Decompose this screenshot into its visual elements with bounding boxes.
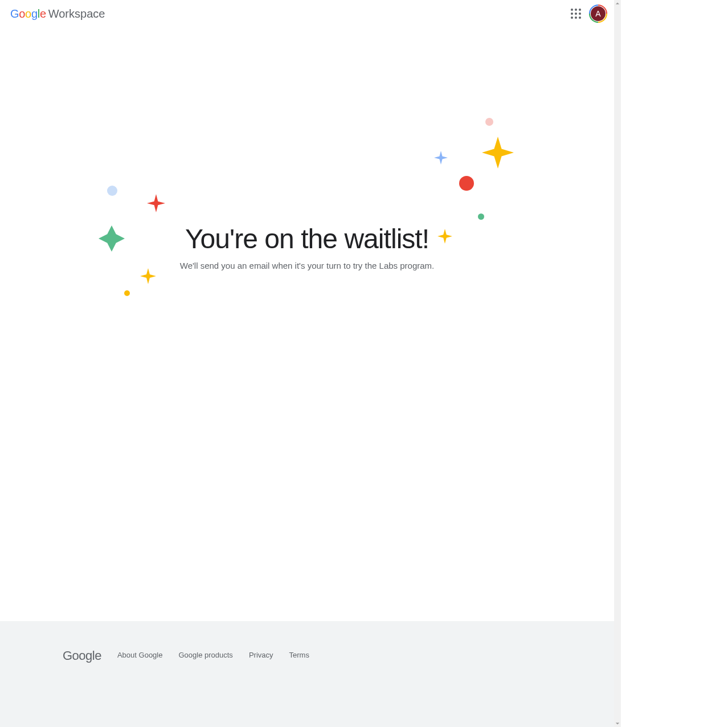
dot-icon	[485, 118, 493, 126]
footer-link-about[interactable]: About Google	[117, 651, 163, 659]
apps-grid-icon[interactable]	[571, 9, 581, 19]
footer: Google About Google Google products Priv…	[0, 621, 614, 727]
sparkle-icon	[434, 151, 448, 165]
footer-link-terms[interactable]: Terms	[289, 651, 309, 659]
scroll-up-icon[interactable]	[614, 0, 621, 7]
footer-link-products[interactable]: Google products	[178, 651, 232, 659]
product-name: Workspace	[48, 7, 105, 20]
google-logo: Google	[10, 7, 46, 20]
dot-icon	[107, 186, 117, 196]
footer-link-privacy[interactable]: Privacy	[249, 651, 273, 659]
svg-point-3	[459, 176, 474, 191]
account-avatar[interactable]: A	[589, 5, 607, 23]
footer-logo: Google	[63, 648, 101, 663]
dot-icon	[459, 176, 474, 191]
page-title: You're on the waitlist!	[185, 223, 429, 254]
sparkle-icon	[437, 229, 452, 244]
page-subtitle: We'll send you an email when it's your t…	[180, 261, 435, 270]
svg-point-1	[124, 290, 130, 296]
brand[interactable]: Google Workspace	[10, 7, 105, 20]
svg-point-0	[107, 186, 117, 196]
sparkle-icon	[482, 137, 514, 169]
sparkle-icon	[140, 268, 156, 284]
dot-icon	[478, 213, 484, 220]
svg-point-4	[478, 213, 484, 220]
sparkle-icon	[147, 194, 165, 212]
scrollbar-vertical[interactable]	[614, 0, 621, 727]
svg-point-2	[485, 118, 493, 126]
avatar-initial: A	[591, 6, 606, 21]
scroll-down-icon[interactable]	[614, 720, 621, 727]
main-content: You're on the waitlist! We'll send you a…	[0, 27, 614, 621]
sparkle-icon	[99, 225, 125, 252]
header: Google Workspace A	[0, 0, 614, 27]
blank-area	[621, 0, 728, 727]
dot-icon	[124, 290, 130, 296]
